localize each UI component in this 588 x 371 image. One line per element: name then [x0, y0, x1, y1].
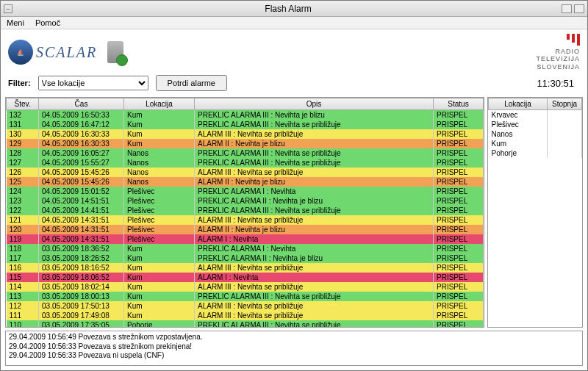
- logo-group: ⛵ SCALAR: [8, 40, 123, 65]
- cell-status: PRISPEL: [434, 215, 484, 225]
- minimize-button[interactable]: [562, 4, 572, 13]
- cell-opis: ALARM III : Nevihta se približuje: [195, 301, 434, 311]
- cell-stev: 121: [7, 215, 39, 225]
- table-row[interactable]: 11103.05.2009 17:49:08KumALARM III : Nev…: [7, 311, 484, 320]
- table-row[interactable]: 12004.05.2009 14:31:51PlešivecALARM II :…: [7, 225, 484, 234]
- table-row[interactable]: 13004.05.2009 16:30:33KumALARM III : Nev…: [7, 129, 484, 139]
- cell-cas: 04.05.2009 14:31:51: [39, 215, 124, 225]
- cell-stev: 112: [7, 301, 39, 311]
- side-table: Lokacija Stopnja KrvavecPlešivecNanosKum…: [488, 98, 582, 158]
- table-row[interactable]: 13204.05.2009 16:50:33KumPREKLIC ALARMA …: [7, 110, 484, 120]
- cell-opis: ALARM I : Nevihta: [195, 273, 434, 282]
- cell-lok: Kum: [124, 282, 195, 292]
- table-row[interactable]: 12704.05.2009 15:55:27NanosPREKLIC ALARM…: [7, 158, 484, 168]
- cell-status: PRISPEL: [434, 139, 484, 148]
- maximize-button[interactable]: [574, 4, 584, 13]
- cell-cas: 04.05.2009 15:45:26: [39, 168, 124, 177]
- cell-opis: PREKLIC ALARMA III : Nevihta se približu…: [195, 120, 434, 129]
- side-row[interactable]: Krvavec: [489, 110, 582, 120]
- cell-stev: 126: [7, 168, 39, 177]
- menu-pomoc[interactable]: Pomoč: [35, 18, 60, 27]
- cell-cas: 04.05.2009 14:31:51: [39, 225, 124, 234]
- cell-status: PRISPEL: [434, 187, 484, 196]
- scalar-emblem-icon: ⛵: [8, 40, 33, 65]
- cell-lok: Kum: [124, 292, 195, 301]
- menu-meni[interactable]: Meni: [7, 18, 24, 27]
- alarm-table: Štev. Čas Lokacija Opis Status 13204.05.…: [6, 98, 484, 328]
- cell-lok: Plešivec: [124, 196, 195, 206]
- cell-opis: ALARM II : Nevihta je blizu: [195, 177, 434, 187]
- logo-scalar: ⛵ SCALAR: [8, 40, 97, 65]
- log-panel[interactable]: 29.04.2009 10:56:49 Povezava s strežniko…: [5, 331, 583, 366]
- cell-cas: 04.05.2009 15:45:26: [39, 177, 124, 187]
- table-row[interactable]: 12904.05.2009 16:30:33KumALARM II : Nevi…: [7, 139, 484, 148]
- table-row[interactable]: 11703.05.2009 18:26:52KumPREKLIC ALARMA …: [7, 253, 484, 263]
- cell-cas: 04.05.2009 16:05:27: [39, 148, 124, 158]
- table-row[interactable]: 11904.05.2009 14:31:51PlešivecALARM I : …: [7, 234, 484, 244]
- cell-stev: 130: [7, 129, 39, 139]
- cell-status: PRISPEL: [434, 292, 484, 301]
- cell-status: PRISPEL: [434, 148, 484, 158]
- cell-lok: Nanos: [124, 148, 195, 158]
- col-stev[interactable]: Štev.: [7, 98, 39, 110]
- rtv-line3: SLOVENIJA: [536, 63, 580, 71]
- cell-opis: PREKLIC ALARMA III : Nevihta se približu…: [195, 206, 434, 215]
- table-row[interactable]: 12304.05.2009 14:51:51PlešivecPREKLIC AL…: [7, 196, 484, 206]
- cell-cas: 04.05.2009 16:47:12: [39, 120, 124, 129]
- cell-lok: Kum: [124, 110, 195, 120]
- col-status[interactable]: Status: [434, 98, 484, 110]
- side-col-stopnja[interactable]: Stopnja: [548, 98, 582, 110]
- side-col-lokacija[interactable]: Lokacija: [489, 98, 548, 110]
- cell-cas: 03.05.2009 18:02:14: [39, 282, 124, 292]
- cell-opis: ALARM II : Nevihta je blizu: [195, 139, 434, 148]
- col-opis[interactable]: Opis: [195, 98, 434, 110]
- cell-opis: PREKLIC ALARMA III : Nevihta se približu…: [195, 158, 434, 168]
- table-row[interactable]: 12204.05.2009 14:41:51PlešivecPREKLIC AL…: [7, 206, 484, 215]
- table-row[interactable]: 12404.05.2009 15:01:52PlešivecPREKLIC AL…: [7, 187, 484, 196]
- menubar: Meni Pomoč: [1, 17, 587, 29]
- table-row[interactable]: 11303.05.2009 18:00:13KumPREKLIC ALARMA …: [7, 292, 484, 301]
- log-line: 29.04.2009 10:56:33 Povezava s strežniko…: [9, 342, 579, 352]
- confirm-alarms-button[interactable]: Potrdi alarme: [156, 75, 227, 91]
- titlebar: – Flash Alarm: [1, 1, 587, 17]
- table-row[interactable]: 12604.05.2009 15:45:26NanosALARM III : N…: [7, 168, 484, 177]
- table-row[interactable]: 11003.05.2009 17:35:05PohorjePREKLIC ALA…: [7, 320, 484, 328]
- cell-stev: 118: [7, 244, 39, 253]
- cell-cas: 04.05.2009 15:55:27: [39, 158, 124, 168]
- cell-cas: 03.05.2009 18:06:52: [39, 273, 124, 282]
- cell-lok: Kum: [124, 120, 195, 129]
- table-row[interactable]: 13104.05.2009 16:47:12KumPREKLIC ALARMA …: [7, 120, 484, 129]
- alarm-table-wrapper[interactable]: Štev. Čas Lokacija Opis Status 13204.05.…: [5, 97, 484, 328]
- side-row[interactable]: Pohorje: [489, 148, 582, 158]
- table-row[interactable]: 11403.05.2009 18:02:14KumALARM III : Nev…: [7, 282, 484, 292]
- cell-lok: Nanos: [124, 158, 195, 168]
- table-row[interactable]: 11803.05.2009 18:36:52KumPREKLIC ALARMA …: [7, 244, 484, 253]
- cell-stev: 128: [7, 148, 39, 158]
- table-row[interactable]: 11603.05.2009 18:16:52KumALARM III : Nev…: [7, 263, 484, 273]
- table-row[interactable]: 12504.05.2009 15:45:26NanosALARM II : Ne…: [7, 177, 484, 187]
- side-row[interactable]: Plešivec: [489, 120, 582, 129]
- cell-status: PRISPEL: [434, 158, 484, 168]
- side-row[interactable]: Nanos: [489, 129, 582, 139]
- table-row[interactable]: 12104.05.2009 14:31:51PlešivecALARM III …: [7, 215, 484, 225]
- clock: 11:30:51: [537, 78, 580, 89]
- window-menu-icon[interactable]: –: [4, 4, 12, 13]
- table-row[interactable]: 11203.05.2009 17:50:13KumALARM III : Nev…: [7, 301, 484, 311]
- cell-lok: Plešivec: [124, 225, 195, 234]
- col-cas[interactable]: Čas: [39, 98, 124, 110]
- col-lokacija[interactable]: Lokacija: [124, 98, 195, 110]
- filter-label: Filter:: [8, 79, 31, 87]
- cell-stev: 114: [7, 282, 39, 292]
- cell-opis: ALARM III : Nevihta se približuje: [195, 282, 434, 292]
- cell-cas: 03.05.2009 18:16:52: [39, 263, 124, 273]
- rtv-bars-icon: [536, 34, 580, 46]
- cell-cas: 04.05.2009 16:30:33: [39, 129, 124, 139]
- log-line: 29.04.2009 10:56:33 Povezava ni uspela (…: [9, 351, 579, 361]
- table-row[interactable]: 11503.05.2009 18:06:52KumALARM I : Nevih…: [7, 273, 484, 282]
- table-row[interactable]: 12804.05.2009 16:05:27NanosPREKLIC ALARM…: [7, 148, 484, 158]
- cell-status: PRISPEL: [434, 196, 484, 206]
- cell-stev: 125: [7, 177, 39, 187]
- cell-status: PRISPEL: [434, 320, 484, 328]
- filter-select[interactable]: Vse lokacije: [38, 76, 148, 90]
- side-row[interactable]: Kum: [489, 139, 582, 148]
